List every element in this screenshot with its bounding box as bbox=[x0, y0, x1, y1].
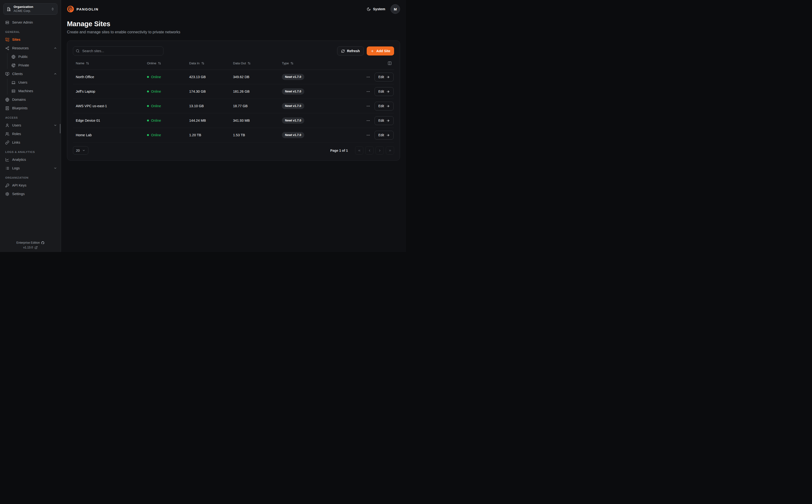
section-access: ACCESS bbox=[0, 112, 61, 121]
refresh-button[interactable]: Refresh bbox=[337, 46, 364, 55]
sidebar-item-users[interactable]: Users bbox=[0, 121, 61, 130]
ellipsis-icon bbox=[366, 90, 370, 94]
row-menu-button[interactable] bbox=[365, 132, 371, 138]
globe-icon bbox=[5, 98, 9, 102]
sidebar-item-roles[interactable]: Roles bbox=[0, 130, 61, 138]
page-size-select[interactable]: 20 bbox=[73, 146, 88, 155]
last-page-button[interactable] bbox=[386, 146, 394, 155]
sidebar-item-label: Domains bbox=[12, 98, 26, 101]
sidebar-scrollbar[interactable] bbox=[60, 124, 61, 133]
search-icon bbox=[76, 49, 80, 53]
org-value: ACME Corp. bbox=[14, 9, 49, 13]
arrow-right-icon bbox=[386, 90, 390, 93]
column-header-online[interactable]: Online bbox=[144, 61, 186, 65]
first-page-button[interactable] bbox=[355, 146, 363, 155]
section-organization: ORGANIZATION bbox=[0, 172, 61, 181]
search-input[interactable] bbox=[73, 46, 163, 55]
sidebar-item-label: API Keys bbox=[12, 183, 26, 187]
sidebar-item-clients[interactable]: Clients bbox=[0, 70, 61, 78]
prev-page-button[interactable] bbox=[365, 146, 374, 155]
add-site-button[interactable]: Add Site bbox=[367, 46, 394, 55]
sidebar-item-resources[interactable]: Resources bbox=[0, 44, 61, 52]
online-dot bbox=[147, 120, 149, 121]
brand-name: PANGOLIN bbox=[76, 7, 98, 11]
chevron-up-icon bbox=[54, 72, 57, 76]
resources-subgroup: Public Private bbox=[0, 52, 61, 70]
type-badge: Newt v1.7.0 bbox=[282, 88, 304, 95]
row-menu-button[interactable] bbox=[365, 118, 371, 124]
chevron-up-icon bbox=[54, 46, 57, 50]
site-name: AWS VPC us-east-1 bbox=[73, 104, 144, 108]
sidebar-item-analytics[interactable]: Analytics bbox=[0, 155, 61, 164]
sidebar-item-private[interactable]: Private bbox=[0, 61, 61, 70]
sidebar-item-label: Sites bbox=[12, 38, 20, 41]
online-dot bbox=[147, 105, 149, 107]
ellipsis-icon bbox=[366, 133, 370, 137]
theme-label: System bbox=[373, 7, 385, 11]
table-row: AWS VPC us-east-1 Online 13.10 GB 18.77 … bbox=[73, 99, 394, 113]
row-menu-button[interactable] bbox=[365, 89, 371, 95]
add-site-label: Add Site bbox=[376, 49, 390, 53]
type-badge: Newt v1.7.0 bbox=[282, 132, 304, 138]
data-in: 174.30 GB bbox=[186, 90, 230, 93]
online-dot bbox=[147, 91, 149, 92]
data-in: 1.20 TB bbox=[186, 133, 230, 137]
table-header: Name Online Data In Data Out Type bbox=[73, 57, 394, 70]
sidebar-item-label: Server Admin bbox=[12, 20, 33, 24]
column-header-name[interactable]: Name bbox=[73, 61, 144, 65]
github-icon[interactable] bbox=[41, 241, 44, 244]
sites-icon bbox=[5, 38, 9, 42]
table-row: North Office Online 423.13 GB 349.62 DB … bbox=[73, 70, 394, 84]
sidebar-item-machines[interactable]: Machines bbox=[0, 87, 61, 95]
search-wrap bbox=[73, 46, 163, 55]
column-header-data-in[interactable]: Data In bbox=[186, 61, 230, 65]
main-content: PANGOLIN System M Manage Sites Create an… bbox=[61, 0, 406, 252]
sidebar-item-api-keys[interactable]: API Keys bbox=[0, 181, 61, 190]
refresh-icon bbox=[341, 49, 345, 53]
sidebar-item-label: Private bbox=[18, 63, 29, 67]
sidebar-item-sites[interactable]: Sites bbox=[0, 35, 61, 44]
edit-button[interactable]: Edit bbox=[375, 102, 394, 111]
type-badge: Newt v1.7.0 bbox=[282, 117, 304, 124]
online-status: Online bbox=[151, 119, 161, 122]
data-out: 1.53 TB bbox=[230, 133, 279, 137]
sort-icon bbox=[158, 62, 161, 65]
plus-icon bbox=[370, 49, 374, 53]
row-menu-button[interactable] bbox=[365, 74, 371, 80]
chart-line-icon bbox=[5, 158, 9, 162]
sidebar-item-links[interactable]: Links bbox=[0, 138, 61, 147]
gear-icon bbox=[5, 192, 9, 196]
chevron-down-icon bbox=[54, 124, 57, 127]
organization-selector[interactable]: Organization ACME Corp. bbox=[3, 3, 57, 15]
refresh-label: Refresh bbox=[347, 49, 360, 53]
avatar[interactable]: M bbox=[391, 4, 400, 14]
edit-button[interactable]: Edit bbox=[375, 116, 394, 125]
brand: PANGOLIN bbox=[67, 5, 98, 13]
sidebar-item-blueprints[interactable]: Blueprints bbox=[0, 104, 61, 112]
edit-button[interactable]: Edit bbox=[375, 87, 394, 96]
column-header-data-out[interactable]: Data Out bbox=[230, 61, 279, 65]
section-general: GENERAL bbox=[0, 27, 61, 35]
edit-button[interactable]: Edit bbox=[375, 73, 394, 81]
chevron-right-icon bbox=[378, 149, 381, 152]
sidebar-item-settings[interactable]: Settings bbox=[0, 190, 61, 198]
column-header-type[interactable]: Type bbox=[279, 61, 335, 65]
toggle-columns-button[interactable] bbox=[387, 60, 393, 66]
sidebar-item-server-admin[interactable]: Server Admin bbox=[0, 18, 61, 27]
chevron-left-icon bbox=[368, 149, 371, 152]
page-subtitle: Create and manage sites to enable connec… bbox=[67, 30, 400, 34]
online-status: Online bbox=[151, 90, 161, 93]
online-dot bbox=[147, 76, 149, 78]
edit-button[interactable]: Edit bbox=[375, 131, 394, 140]
row-menu-button[interactable] bbox=[365, 103, 371, 109]
external-link-icon[interactable] bbox=[35, 246, 38, 249]
sidebar-item-label: Roles bbox=[12, 132, 21, 136]
sort-icon bbox=[290, 62, 294, 65]
page-head: Manage Sites Create and manage sites to … bbox=[67, 20, 400, 34]
theme-toggle[interactable]: System bbox=[367, 7, 385, 11]
next-page-button[interactable] bbox=[376, 146, 384, 155]
sidebar-item-logs[interactable]: Logs bbox=[0, 164, 61, 172]
sidebar-item-domains[interactable]: Domains bbox=[0, 95, 61, 104]
sidebar-item-client-users[interactable]: Users bbox=[0, 78, 61, 87]
sidebar-item-public[interactable]: Public bbox=[0, 52, 61, 61]
